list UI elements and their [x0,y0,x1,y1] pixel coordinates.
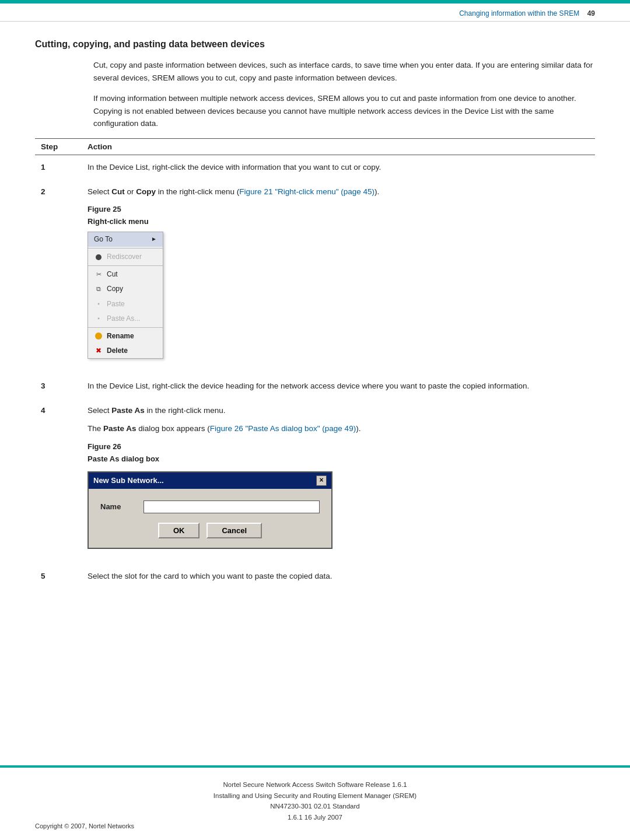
figure25-label: Figure 25 [88,204,589,216]
table-row: 2 Select Cut or Copy in the right-click … [35,180,595,374]
step4-subpara: The Paste As dialog box appears (Figure … [88,422,589,435]
section-para1: Cut, copy and paste information between … [93,59,595,84]
menu-divider-1 [88,248,163,249]
menu-item-cut[interactable]: ✂ Cut [88,267,163,282]
figure26-caption: Paste As dialog box [88,453,589,466]
footer-content: Nortel Secure Network Access Switch Soft… [35,774,595,828]
dialog-title: New Sub Network... [93,475,164,487]
menu-paste-label: Paste [107,299,125,310]
step-action-5: Select the slot for the card to which yo… [82,564,595,589]
cut-icon: ✂ [94,270,103,279]
table-row: 3 In the Device List, right-click the de… [35,374,595,398]
table-header: Step Action [35,138,595,155]
table-row: 1 In the Device List, right-click the de… [35,155,595,179]
figure25-caption: Right-click menu [88,216,589,228]
paste-as-dialog: New Sub Network... × Name OK [88,471,332,550]
footer-line1: Nortel Secure Network Access Switch Soft… [223,779,407,790]
step-action-4: Select Paste As in the right-click menu.… [82,398,595,565]
step-action-1: In the Device List, right-click the devi… [82,155,595,179]
section-title: Cutting, copying, and pasting data betwe… [35,39,595,50]
step-action-2: Select Cut or Copy in the right-click me… [82,180,595,374]
page-number: 49 [587,9,595,18]
step-number-3: 3 [35,374,82,398]
breadcrumb-link[interactable]: Changing information within the SREM [459,9,579,18]
menu-delete-label: Delete [107,345,128,356]
circle-icon [94,253,103,262]
menu-goto-label: Go To [94,234,113,245]
menu-item-delete[interactable]: ✖ Delete [88,344,163,358]
menu-item-pasteas: ▪ Paste As... [88,312,163,326]
figure25-area: Figure 25 Right-click menu Go To ► [88,204,589,359]
menu-item-rename[interactable]: Rename [88,329,163,344]
paste-icon: ▪ [94,299,103,309]
step-number-2: 2 [35,180,82,374]
header-right: Changing information within the SREM 49 [459,9,595,18]
menu-cut-label: Cut [107,269,118,280]
dialog-ok-button[interactable]: OK [158,523,200,538]
step-number-4: 4 [35,398,82,565]
footer-copyright: Copyright © 2007, Nortel Networks [35,822,134,830]
pasteas-icon: ▪ [94,314,103,323]
fig26-link[interactable]: Figure 26 "Paste As dialog box" (page 49… [210,424,356,433]
delete-icon: ✖ [94,346,103,356]
footer-line3: NN47230-301 02.01 Standard [270,801,359,811]
menu-item-copy[interactable]: ⧉ Copy [88,282,163,296]
menu-item-goto[interactable]: Go To ► [88,232,163,247]
col-step: Step [35,138,82,155]
steps-table: Step Action 1 In the Device List, right-… [35,138,595,589]
dialog-titlebar: New Sub Network... × [89,473,331,489]
footer-inner: Nortel Secure Network Access Switch Soft… [0,768,630,840]
step-action-3: In the Device List, right-click the devi… [82,374,595,398]
dialog-name-input[interactable] [144,501,320,513]
menu-copy-label: Copy [107,284,123,295]
dialog-body: Name OK Cancel [89,489,331,548]
col-action: Action [82,138,595,155]
step-number-5: 5 [35,564,82,589]
dialog-name-label: Name [100,501,135,513]
main-content: Cutting, copying, and pasting data betwe… [0,22,630,606]
footer-line2: Installing and Using Security and Routin… [214,790,416,801]
menu-rename-label: Rename [107,331,134,342]
dialog-buttons: OK Cancel [100,523,320,538]
menu-pasteas-label: Paste As... [107,313,140,324]
figure26-label: Figure 26 [88,441,589,453]
header-area: Changing information within the SREM 49 [0,4,630,22]
dialog-cancel-button[interactable]: Cancel [206,523,262,538]
footer-bar: Nortel Secure Network Access Switch Soft… [0,765,630,840]
rightclick-menu: Go To ► Rediscover [88,232,163,359]
menu-divider-2 [88,265,163,266]
footer-line4: 1.6.1 16 July 2007 [288,812,342,822]
page-container: Changing information within the SREM 49 … [0,0,630,840]
menu-item-rediscover: Rediscover [88,250,163,264]
copy-icon: ⧉ [94,285,103,294]
dialog-close-button[interactable]: × [316,475,327,486]
menu-item-paste: ▪ Paste [88,297,163,312]
rename-icon [94,331,103,341]
dialog-field-row: Name [100,501,320,513]
figure26-area: Figure 26 Paste As dialog box New Sub Ne… [88,441,589,549]
table-row: 5 Select the slot for the card to which … [35,564,595,589]
menu-rediscover-label: Rediscover [107,251,142,262]
section-para2: If moving information between multiple n… [93,92,595,130]
table-row: 4 Select Paste As in the right-click men… [35,398,595,565]
menu-divider-3 [88,327,163,328]
fig21-link[interactable]: Figure 21 "Right-click menu" (page 45) [239,187,374,196]
goto-arrow-icon: ► [151,235,157,244]
step-number-1: 1 [35,155,82,179]
